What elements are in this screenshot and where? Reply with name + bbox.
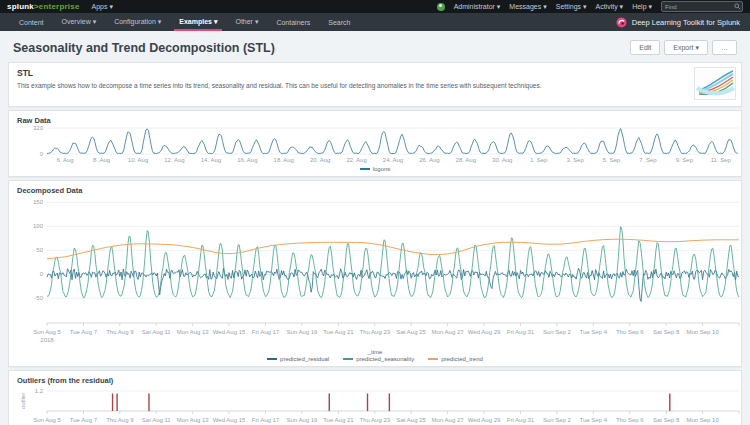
svg-text:3. Sep: 3. Sep [566,157,584,163]
svg-text:150: 150 [33,199,44,205]
top-bar: splunk>enterprise Apps ▾ Administrator ▾… [0,0,750,13]
svg-text:2018: 2018 [40,337,54,343]
svg-text:Sat Aug 11: Sat Aug 11 [142,329,172,335]
raw-legend-item-logons[interactable]: logons [360,166,391,172]
svg-text:Thu Sep 6: Thu Sep 6 [616,329,644,335]
search-icon [734,3,741,10]
outliers-panel-title: Outliers (from the residual) [17,376,733,385]
svg-text:Fri Aug 31: Fri Aug 31 [507,329,535,335]
svg-text:28. Aug: 28. Aug [456,157,476,163]
svg-text:Sun Aug 19: Sun Aug 19 [286,417,318,423]
svg-text:Thu Sep 6: Thu Sep 6 [616,417,644,423]
settings-menu[interactable]: Settings ▾ [556,3,587,11]
outliers-panel: Outliers (from the residual) 1.2Sun Aug … [8,370,742,425]
svg-text:50: 50 [36,247,43,253]
legend-item-predicted-seasonality[interactable]: predicted_seasonality [343,356,414,362]
svg-text:14. Aug: 14. Aug [201,157,221,163]
svg-text:7. Sep: 7. Sep [639,157,657,163]
edit-button[interactable]: Edit [630,40,660,55]
svg-text:Mon Aug 27: Mon Aug 27 [432,417,465,423]
help-menu[interactable]: Help ▾ [632,3,652,11]
raw-legend-label: logons [373,166,391,172]
svg-text:Mon Aug 13: Mon Aug 13 [177,417,210,423]
decomposed-xaxis-title: _time [17,349,733,355]
svg-text:20. Aug: 20. Aug [310,157,330,163]
nav-item-content[interactable]: Content [10,13,53,31]
svg-text:Sun Sep 2: Sun Sep 2 [543,417,572,423]
page-title: Seasonality and Trend Decomposition (STL… [13,41,275,55]
legend-label-predicted-seasonality: predicted_seasonality [356,356,414,362]
nav-item-other[interactable]: Other ▾ [226,13,267,31]
app-title: Deep Learning Toolkit for Splunk [632,18,740,27]
svg-text:Wed Aug 15: Wed Aug 15 [213,329,246,335]
svg-text:10. Aug: 10. Aug [128,157,148,163]
nav-item-search[interactable]: Search [319,13,359,31]
legend-item-predicted-residual[interactable]: predicted_residual [267,356,329,362]
dec-legend-dash-0 [267,358,277,360]
svg-text:Sun Aug 19: Sun Aug 19 [286,329,318,335]
svg-text:Tue Aug 21: Tue Aug 21 [323,329,354,335]
more-actions-button[interactable]: … [712,40,737,55]
svg-text:Mon Sep 10: Mon Sep 10 [686,417,719,423]
svg-text:1. Sep: 1. Sep [530,157,548,163]
svg-text:Fri Aug 17: Fri Aug 17 [252,329,280,335]
svg-text:Wed Aug 29: Wed Aug 29 [468,417,501,423]
raw-legend-dash [360,168,370,170]
svg-text:Tue Aug 7: Tue Aug 7 [70,329,98,335]
svg-text:-50: -50 [34,295,43,301]
decomposed-chart-svg[interactable]: 150100500-50Sun Aug 52018Tue Aug 7Thu Au… [17,195,745,347]
svg-text:Sun Aug 5: Sun Aug 5 [33,417,61,423]
messages-menu[interactable]: Messages ▾ [509,3,546,11]
nav-item-overview[interactable]: Overview ▾ [53,13,106,31]
svg-text:6. Aug: 6. Aug [57,157,74,163]
nav-item-containers[interactable]: Containers [267,13,319,31]
svg-text:30. Aug: 30. Aug [492,157,512,163]
example-thumbnail-image [694,67,736,100]
svg-text:16. Aug: 16. Aug [237,157,257,163]
activity-menu[interactable]: Activity ▾ [596,3,624,11]
svg-text:Sat Aug 25: Sat Aug 25 [397,417,427,423]
legend-label-predicted-residual: predicted_residual [280,356,329,362]
svg-text:5. Sep: 5. Sep [603,157,621,163]
raw-data-panel: Raw Data 32006. Aug8. Aug10. Aug12. Aug1… [8,110,742,177]
outliers-chart-svg[interactable]: 1.2Sun Aug 52018Tue Aug 7Thu Aug 9Sat Au… [17,385,745,425]
user-avatar-icon[interactable] [437,3,445,11]
svg-text:Fri Aug 17: Fri Aug 17 [252,417,280,423]
svg-text:0: 0 [40,271,44,277]
find-input[interactable] [661,1,743,12]
svg-text:22. Aug: 22. Aug [346,157,366,163]
svg-text:Wed Aug 15: Wed Aug 15 [213,417,246,423]
svg-text:Thu Aug 23: Thu Aug 23 [359,329,390,335]
svg-text:Sat Aug 25: Sat Aug 25 [397,329,427,335]
dec-legend-dash-1 [343,358,353,360]
svg-text:1.2: 1.2 [35,388,44,394]
legend-label-predicted-trend: predicted_trend [441,356,483,362]
svg-text:Fri Aug 31: Fri Aug 31 [507,417,535,423]
svg-text:Thu Aug 9: Thu Aug 9 [106,417,134,423]
splunk-logo-suffix: >enterprise [34,2,80,11]
outliers-ylabel: outlier [20,393,26,409]
splunk-logo[interactable]: splunk>enterprise [7,2,80,11]
raw-data-panel-title: Raw Data [17,116,733,125]
legend-item-predicted-trend[interactable]: predicted_trend [428,356,483,362]
svg-text:0: 0 [40,151,44,157]
export-button[interactable]: Export ▾ [664,40,708,55]
svg-text:Tue Sep 4: Tue Sep 4 [580,417,608,423]
description-panel: STL This example shows how to decompose … [8,62,742,107]
svg-text:24. Aug: 24. Aug [383,157,403,163]
svg-text:Mon Aug 13: Mon Aug 13 [177,329,210,335]
description-title: STL [17,68,733,78]
svg-text:11. Sep: 11. Sep [711,157,732,163]
nav-item-examples[interactable]: Examples ▾ [170,13,226,31]
svg-text:18. Aug: 18. Aug [274,157,294,163]
raw-chart-svg[interactable]: 32006. Aug8. Aug10. Aug12. Aug14. Aug16.… [17,125,745,165]
apps-menu[interactable]: Apps ▾ [92,3,113,11]
nav-item-configuration[interactable]: Configuration ▾ [105,13,170,31]
dltk-app-logo-icon [616,17,627,28]
svg-text:8. Aug: 8. Aug [93,157,110,163]
svg-text:Sat Aug 11: Sat Aug 11 [142,417,172,423]
svg-text:Mon Sep 10: Mon Sep 10 [686,329,719,335]
svg-text:12. Aug: 12. Aug [164,157,184,163]
svg-text:Sat Sep 8: Sat Sep 8 [653,417,680,423]
administrator-menu[interactable]: Administrator ▾ [454,3,501,11]
